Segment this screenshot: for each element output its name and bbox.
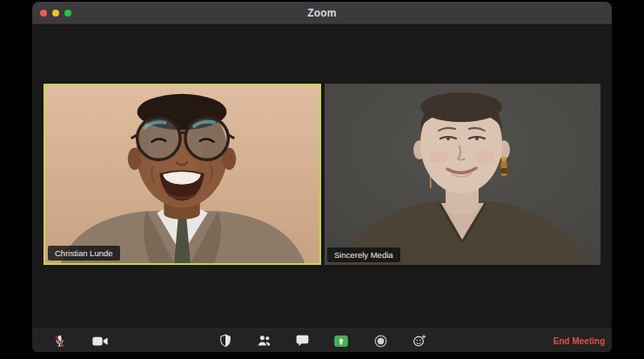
record-button[interactable] bbox=[367, 329, 393, 352]
participants-icon bbox=[257, 335, 272, 347]
video-feed-woman-portrait bbox=[325, 84, 600, 265]
zoom-window: Zoom bbox=[32, 2, 612, 352]
participants-button[interactable] bbox=[251, 329, 277, 352]
meeting-toolbar: End Meeting bbox=[32, 329, 612, 352]
video-feed-man-portrait bbox=[45, 85, 319, 263]
record-icon bbox=[374, 335, 387, 348]
screen: Zoom bbox=[0, 0, 644, 359]
share-screen-icon bbox=[334, 335, 348, 347]
video-tile-participant[interactable]: Sincerely Media bbox=[325, 84, 600, 265]
reactions-icon bbox=[413, 334, 426, 348]
video-camera-icon bbox=[92, 335, 108, 347]
video-button[interactable] bbox=[87, 329, 113, 352]
video-tile-active-speaker[interactable]: Christian Lunde bbox=[44, 84, 321, 265]
reactions-button[interactable] bbox=[406, 329, 433, 352]
traffic-lights bbox=[40, 2, 71, 24]
mute-button[interactable] bbox=[46, 329, 72, 352]
end-meeting-button[interactable]: End Meeting bbox=[553, 329, 605, 352]
security-shield-icon bbox=[219, 334, 231, 348]
window-title: Zoom bbox=[307, 7, 336, 19]
participant-name-tag: Christian Lunde bbox=[48, 246, 120, 261]
minimize-button[interactable] bbox=[52, 10, 59, 17]
share-screen-button[interactable] bbox=[328, 329, 354, 352]
close-button[interactable] bbox=[40, 10, 47, 17]
chat-button[interactable] bbox=[289, 329, 315, 352]
titlebar[interactable]: Zoom bbox=[32, 2, 612, 24]
fullscreen-button[interactable] bbox=[64, 10, 71, 17]
chat-bubble-icon bbox=[296, 335, 309, 347]
security-button[interactable] bbox=[212, 329, 238, 352]
microphone-muted-icon bbox=[53, 334, 66, 349]
participant-name-tag: Sincerely Media bbox=[327, 247, 400, 263]
